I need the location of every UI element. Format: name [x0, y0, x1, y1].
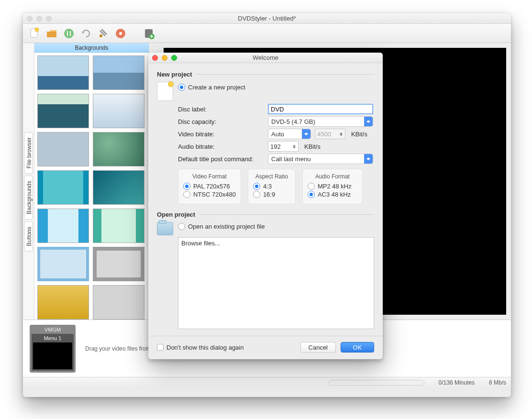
audio-bitrate-label: Audio bitrate:	[178, 143, 264, 150]
svg-point-2	[64, 29, 74, 38]
capacity-progress	[329, 380, 424, 386]
post-cmd-select[interactable]: Call last menu	[268, 154, 373, 164]
video-format-group: Video Format PAL 720x576 NTSC 720x480	[178, 169, 241, 204]
create-project-label: Create a new project	[188, 84, 245, 91]
stepper-icon[interactable]	[291, 142, 297, 151]
bg-thumb[interactable]	[93, 94, 144, 128]
bg-thumb[interactable]	[37, 132, 89, 166]
side-tab-strip: File browser Backgrounds Buttons	[23, 43, 34, 320]
menu-tile[interactable]: VMGM Menu 1	[30, 325, 76, 373]
open-folder-icon[interactable]	[44, 26, 59, 41]
audio-format-group: Audio Format MP2 48 kHz AC3 48 kHz	[302, 169, 363, 204]
video-bitrate-unit: KBit/s	[351, 131, 367, 138]
tab-buttons[interactable]: Buttons	[24, 221, 33, 252]
bg-thumb[interactable]	[37, 247, 89, 281]
cancel-button[interactable]: Cancel	[300, 342, 336, 353]
settings-icon[interactable]	[96, 26, 111, 41]
mp2-radio[interactable]	[308, 183, 315, 190]
background-thumbnails	[34, 53, 149, 320]
pal-radio[interactable]	[183, 183, 190, 190]
bg-thumb[interactable]	[37, 55, 89, 90]
main-toolbar	[23, 24, 511, 43]
dropdown-caret-icon	[364, 154, 373, 164]
aspect-header: Aspect Ratio	[253, 173, 290, 180]
dialog-title: Welcome	[148, 54, 383, 61]
tab-backgrounds[interactable]: Backgrounds	[24, 176, 33, 220]
new-project-doc-icon	[157, 82, 173, 101]
video-bitrate-mode-select[interactable]: Auto	[268, 129, 311, 139]
bitrate-text: 8 Mb/s	[489, 379, 506, 386]
welcome-dialog: Welcome New project Create a new project…	[148, 53, 383, 359]
status-bar: 0/136 Minutes 8 Mb/s	[23, 377, 511, 387]
create-project-radio[interactable]	[178, 84, 185, 91]
aspect-169-radio[interactable]	[253, 191, 260, 198]
svg-point-1	[35, 28, 39, 32]
disc-label-label: Disc label:	[178, 106, 264, 113]
svg-point-5	[119, 32, 122, 35]
dropdown-caret-icon	[302, 129, 310, 139]
backgrounds-header: Backgrounds	[34, 43, 149, 53]
bg-thumb[interactable]	[37, 209, 89, 243]
new-project-heading: New project	[157, 71, 374, 78]
ok-button[interactable]: OK	[341, 342, 374, 353]
save-icon[interactable]	[61, 26, 77, 41]
aspect-ratio-group: Aspect Ratio 4:3 16:9	[248, 169, 296, 204]
main-titlebar: DVDStyler - Untitled*	[23, 13, 511, 24]
bg-thumb[interactable]	[93, 55, 144, 90]
add-item-icon[interactable]	[142, 26, 157, 41]
progress-text: 0/136 Minutes	[439, 379, 475, 386]
disc-capacity-label: Disc capacity:	[178, 118, 264, 125]
disc-capacity-select[interactable]: DVD-5 (4.7 GB)	[268, 116, 373, 127]
bg-thumb[interactable]	[37, 170, 89, 205]
audio-bitrate-unit: KBit/s	[304, 143, 321, 150]
dont-show-checkbox[interactable]	[157, 344, 164, 351]
window-title: DVDStyler - Untitled*	[23, 15, 511, 22]
refresh-icon[interactable]	[78, 26, 94, 41]
vmgm-label: VMGM	[44, 327, 61, 332]
file-list[interactable]: Browse files...	[178, 237, 374, 329]
post-cmd-label: Default title post command:	[178, 155, 264, 163]
bg-thumb[interactable]	[37, 285, 89, 320]
open-project-heading: Open project	[157, 211, 374, 218]
dialog-titlebar: Welcome	[148, 53, 383, 63]
dropdown-caret-icon	[364, 117, 373, 126]
bg-thumb[interactable]	[93, 247, 144, 281]
open-project-radio[interactable]	[178, 223, 185, 230]
menu1-label: Menu 1	[44, 335, 62, 341]
timeline-hint: Drag your video files from	[85, 345, 151, 352]
bg-thumb[interactable]	[93, 209, 144, 243]
ac3-radio[interactable]	[308, 191, 315, 198]
bg-thumb[interactable]	[93, 285, 144, 320]
browse-files-item[interactable]: Browse files...	[181, 240, 220, 247]
open-folder-icon	[157, 222, 173, 235]
svg-point-3	[100, 34, 102, 37]
aspect-43-radio[interactable]	[253, 183, 260, 190]
audio-bitrate-spin[interactable]: 192	[268, 141, 299, 152]
video-format-header: Video Format	[183, 173, 236, 180]
backgrounds-panel: Backgrounds	[34, 43, 149, 320]
new-project-icon[interactable]	[27, 26, 42, 41]
bg-thumb[interactable]	[93, 132, 144, 166]
tab-file-browser[interactable]: File browser	[24, 132, 33, 174]
stepper-icon	[338, 129, 344, 139]
bg-thumb[interactable]	[37, 94, 89, 128]
video-bitrate-spin: 4500	[315, 129, 345, 139]
video-bitrate-label: Video bitrate:	[178, 131, 264, 138]
burn-disc-icon[interactable]	[113, 26, 128, 41]
open-project-label: Open an existing project file	[188, 223, 265, 230]
dont-show-label: Don't show this dialog again	[166, 344, 244, 351]
bg-thumb[interactable]	[93, 170, 144, 205]
ntsc-radio[interactable]	[183, 191, 190, 198]
disc-label-input[interactable]	[268, 104, 373, 114]
audio-format-header: Audio Format	[308, 173, 357, 180]
